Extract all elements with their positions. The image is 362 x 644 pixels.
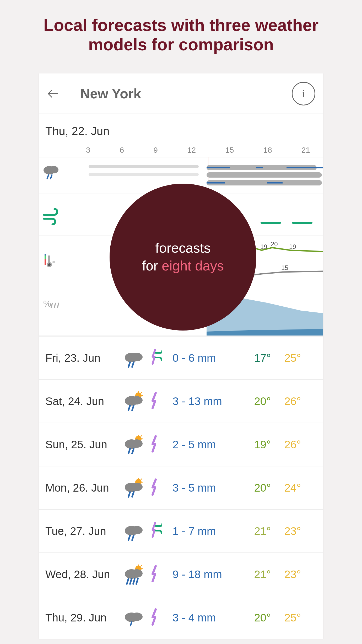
back-arrow-button[interactable]	[47, 87, 59, 100]
forecast-temp-high: 25°	[275, 352, 301, 364]
today-date-label: Thu, 22. Jun	[39, 125, 323, 138]
forecast-date: Fri, 23. Jun	[45, 352, 119, 364]
forecast-list: Fri, 23. Jun 0 - 6 mm17°25°Sat, 24. Jun …	[39, 336, 323, 639]
forecast-icons	[123, 564, 169, 585]
promo-badge: forecasts for eight days	[110, 184, 256, 331]
forecast-precip: 3 - 13 mm	[172, 395, 238, 408]
forecast-row[interactable]: Wed, 28. Jun 9 - 18 mm21°23°	[39, 552, 323, 596]
forecast-temp-high: 23°	[275, 525, 301, 537]
svg-line-51	[128, 406, 130, 410]
lightning-icon	[148, 391, 162, 412]
svg-line-82	[136, 579, 138, 584]
hour-tick: 9	[153, 146, 158, 155]
forecast-row[interactable]: Sat, 24. Jun 3 - 13 mm20°26°	[39, 379, 323, 423]
forecast-icons	[123, 477, 169, 498]
svg-text:15: 15	[281, 264, 288, 271]
promo-badge-line1: forecasts	[155, 239, 211, 257]
app-header: New York i	[39, 73, 323, 114]
forecast-precip: 3 - 4 mm	[172, 611, 238, 624]
forecast-precip: 3 - 5 mm	[172, 482, 238, 494]
hour-tick: 18	[263, 146, 272, 155]
lightning-icon	[148, 434, 162, 455]
forecast-temp-high: 25°	[275, 611, 301, 624]
forecast-date: Mon, 26. Jun	[45, 482, 119, 494]
hour-scale: 3 6 9 12 15 18 21	[39, 138, 323, 157]
svg-line-59	[128, 449, 130, 454]
svg-point-42	[131, 353, 143, 361]
forecast-temp-high: 24°	[275, 482, 301, 494]
svg-line-76	[141, 565, 142, 566]
svg-line-68	[132, 492, 134, 497]
forecast-icons	[123, 434, 169, 455]
forecast-date: Sat, 24. Jun	[45, 395, 119, 408]
svg-rect-26	[207, 172, 322, 178]
forecast-temp-high: 26°	[275, 395, 301, 408]
forecast-date: Thu, 29. Jun	[45, 611, 119, 624]
forecast-icons	[123, 391, 169, 412]
forecast-date: Tue, 27. Jun	[45, 525, 119, 537]
forecast-temp-high: 26°	[275, 438, 301, 451]
forecast-icons	[123, 521, 169, 542]
svg-rect-25	[89, 173, 199, 176]
cloud-icon	[123, 477, 146, 498]
storm-wind-icon	[148, 521, 162, 542]
svg-text:19: 19	[260, 243, 267, 250]
svg-rect-21	[233, 165, 256, 170]
forecast-row[interactable]: Thu, 29. Jun3 - 4 mm20°25°	[39, 596, 323, 639]
svg-text:20: 20	[271, 241, 278, 248]
lightning-icon	[148, 564, 162, 585]
forecast-temp-high: 23°	[275, 568, 301, 581]
hour-tick: 12	[187, 146, 196, 155]
forecast-temp-low: 21°	[242, 568, 271, 581]
hour-tick: 3	[86, 146, 90, 155]
app-window: New York i Thu, 22. Jun 3 6 9 12 15 18 2…	[39, 73, 323, 639]
info-icon: i	[302, 87, 305, 100]
svg-line-48	[141, 392, 142, 393]
storm-wind-icon	[148, 348, 162, 369]
svg-line-60	[132, 449, 134, 454]
hour-tick: 6	[120, 146, 124, 155]
forecast-temp-low: 20°	[242, 611, 271, 624]
forecast-precip: 0 - 6 mm	[172, 352, 238, 364]
svg-point-66	[131, 483, 143, 491]
svg-line-67	[128, 492, 130, 497]
svg-line-43	[128, 362, 130, 367]
lightning-icon	[148, 477, 162, 498]
arrow-left-icon	[47, 87, 59, 100]
svg-line-81	[133, 579, 135, 584]
forecast-row[interactable]: Sun, 25. Jun 2 - 5 mm19°26°	[39, 423, 323, 466]
svg-point-50	[131, 396, 143, 405]
svg-line-56	[141, 435, 142, 437]
svg-point-58	[131, 439, 143, 448]
forecast-row[interactable]: Mon, 26. Jun 3 - 5 mm20°24°	[39, 466, 323, 509]
svg-line-71	[128, 535, 130, 540]
svg-rect-23	[263, 165, 287, 170]
svg-line-79	[127, 579, 128, 584]
svg-rect-31	[283, 180, 322, 185]
lightning-icon	[148, 607, 162, 628]
svg-line-64	[141, 479, 142, 480]
promo-headline: Local forecasts with three weather model…	[0, 0, 362, 65]
city-title: New York	[80, 86, 271, 102]
forecast-precip: 1 - 7 mm	[172, 525, 238, 537]
svg-line-52	[132, 406, 134, 410]
forecast-precip: 9 - 18 mm	[172, 568, 238, 581]
svg-line-44	[132, 362, 134, 367]
cloud-icon	[123, 564, 146, 585]
cloud-icon	[123, 391, 146, 412]
svg-point-78	[131, 569, 143, 578]
forecast-temp-low: 19°	[242, 438, 271, 451]
svg-rect-18	[89, 165, 199, 168]
svg-text:19: 19	[289, 243, 296, 250]
forecast-icons	[123, 607, 169, 628]
forecast-temp-low: 20°	[242, 482, 271, 494]
cloud-icon	[123, 348, 146, 369]
forecast-row[interactable]: Fri, 23. Jun 0 - 6 mm17°25°	[39, 336, 323, 379]
forecast-temp-low: 21°	[242, 525, 271, 537]
forecast-row[interactable]: Tue, 27. Jun 1 - 7 mm21°23°	[39, 509, 323, 552]
svg-point-70	[131, 526, 143, 534]
info-button[interactable]: i	[292, 82, 315, 105]
forecast-icons	[123, 348, 169, 369]
forecast-precip: 2 - 5 mm	[172, 438, 238, 451]
cloud-icon	[123, 607, 146, 628]
